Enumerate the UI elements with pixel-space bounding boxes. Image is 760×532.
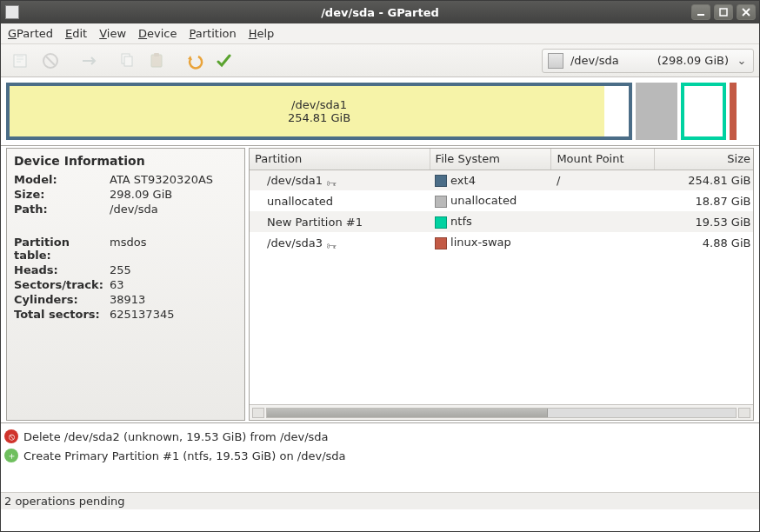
- scroll-thumb[interactable]: [267, 409, 548, 417]
- menu-partition[interactable]: Partition: [190, 27, 237, 40]
- pending-op-row[interactable]: ＋ Create Primary Partition #1 (ntfs, 19.…: [4, 446, 756, 465]
- device-info-ptable-value: msdos: [110, 236, 237, 262]
- menu-edit[interactable]: Edit: [65, 27, 87, 40]
- device-info-spt-value: 63: [110, 278, 237, 291]
- chevron-down-icon: ⌄: [736, 54, 748, 67]
- resize-move-button[interactable]: [74, 48, 103, 74]
- copy-button[interactable]: [112, 48, 142, 74]
- col-partition[interactable]: Partition: [250, 149, 430, 170]
- device-info-tot-label: Total sectors:: [14, 308, 110, 321]
- partition-visual-sda1-size: 254.81 GiB: [288, 111, 350, 124]
- close-button[interactable]: [737, 4, 756, 20]
- new-icon: ＋: [4, 449, 18, 462]
- menu-help[interactable]: Help: [249, 27, 275, 40]
- device-info-ptable-label: Partition table:: [14, 236, 110, 262]
- partition-visual-new1[interactable]: [681, 83, 726, 140]
- scroll-left-arrow[interactable]: [252, 408, 264, 418]
- partition-visual-sda3[interactable]: [730, 83, 737, 140]
- status-bar: 2 operations pending: [1, 492, 759, 509]
- apply-button[interactable]: [210, 48, 239, 74]
- pending-op-text: Delete /dev/sda2 (unknown, 19.53 GiB) fr…: [23, 430, 329, 443]
- svg-rect-0: [697, 14, 704, 16]
- lock-icon: [326, 239, 338, 248]
- new-partition-button[interactable]: [6, 48, 36, 74]
- device-selector-size: (298.09 GiB): [657, 54, 729, 67]
- menu-gparted[interactable]: GParted: [8, 27, 53, 40]
- svg-rect-5: [124, 57, 132, 66]
- device-info-cyl-value: 38913: [110, 293, 237, 306]
- device-info-cyl-label: Cylinders:: [14, 293, 110, 306]
- device-info-spt-label: Sectors/track:: [14, 278, 110, 291]
- device-info-size-label: Size:: [14, 188, 110, 201]
- device-selector-name: /dev/sda: [570, 54, 619, 67]
- delete-icon: ⦸: [4, 429, 18, 443]
- filesystem-swatch: [435, 196, 447, 208]
- svg-rect-7: [154, 53, 159, 57]
- col-size[interactable]: Size: [655, 149, 753, 170]
- table-row[interactable]: /dev/sda3 linux-swap4.88 GiB------: [250, 232, 753, 253]
- table-horizontal-scrollbar[interactable]: [250, 404, 753, 420]
- partition-visual-bar: /dev/sda1 254.81 GiB: [1, 77, 759, 146]
- maximize-button[interactable]: [714, 4, 733, 20]
- menu-device[interactable]: Device: [138, 27, 177, 40]
- app-icon: [5, 5, 19, 19]
- menu-view[interactable]: View: [99, 27, 126, 40]
- pending-op-row[interactable]: ⦸ Delete /dev/sda2 (unknown, 19.53 GiB) …: [4, 427, 756, 446]
- scroll-right-arrow[interactable]: [738, 408, 750, 418]
- device-info-panel: Device Information Model:ATA ST9320320AS…: [6, 148, 245, 421]
- filesystem-swatch: [435, 237, 447, 249]
- minimize-button[interactable]: [691, 4, 710, 20]
- device-info-heads-label: Heads:: [14, 263, 110, 276]
- device-info-model-label: Model:: [14, 173, 110, 186]
- device-info-tot-value: 625137345: [110, 308, 237, 321]
- paste-button[interactable]: [142, 48, 171, 74]
- window-titlebar: /dev/sda - GParted: [1, 1, 759, 23]
- pending-operations-panel: ⦸ Delete /dev/sda2 (unknown, 19.53 GiB) …: [1, 422, 759, 492]
- pending-op-text: Create Primary Partition #1 (ntfs, 19.53…: [23, 449, 346, 462]
- undo-button[interactable]: [180, 48, 210, 74]
- table-row[interactable]: unallocatedunallocated18.87 GiB------: [250, 190, 753, 211]
- disk-icon: [548, 53, 563, 69]
- col-filesystem[interactable]: File System: [430, 149, 551, 170]
- device-info-path-value: /dev/sda: [110, 203, 237, 216]
- col-mount[interactable]: Mount Point: [551, 149, 655, 170]
- toolbar: /dev/sda (298.09 GiB) ⌄: [1, 44, 759, 77]
- device-selector[interactable]: /dev/sda (298.09 GiB) ⌄: [542, 49, 754, 73]
- device-info-path-label: Path:: [14, 203, 110, 216]
- table-row[interactable]: New Partition #1ntfs19.53 GiB------: [250, 211, 753, 232]
- partition-visual-sda1-name: /dev/sda1: [288, 98, 350, 111]
- window-title: /dev/sda - GParted: [1, 6, 759, 19]
- partition-table: Partition File System Mount Point Size U…: [249, 148, 754, 421]
- device-info-heads-value: 255: [110, 263, 237, 276]
- filesystem-swatch: [435, 216, 447, 229]
- menu-bar: GParted Edit View Device Partition Help: [1, 23, 759, 44]
- status-text: 2 operations pending: [4, 495, 125, 508]
- partition-visual-sda1[interactable]: /dev/sda1 254.81 GiB: [6, 83, 632, 140]
- delete-partition-button[interactable]: [36, 48, 65, 74]
- device-info-heading: Device Information: [14, 154, 237, 168]
- svg-rect-1: [720, 9, 727, 16]
- lock-icon: [326, 176, 338, 185]
- device-info-model-value: ATA ST9320320AS: [110, 173, 237, 186]
- scroll-track[interactable]: [266, 408, 737, 418]
- filesystem-swatch: [435, 175, 447, 187]
- device-info-size-value: 298.09 GiB: [110, 188, 237, 201]
- table-row[interactable]: /dev/sda1 ext4/254.81 GiB245.77 GiB9.03 …: [250, 170, 753, 190]
- partition-visual-unallocated[interactable]: [636, 83, 677, 140]
- svg-rect-6: [151, 55, 162, 67]
